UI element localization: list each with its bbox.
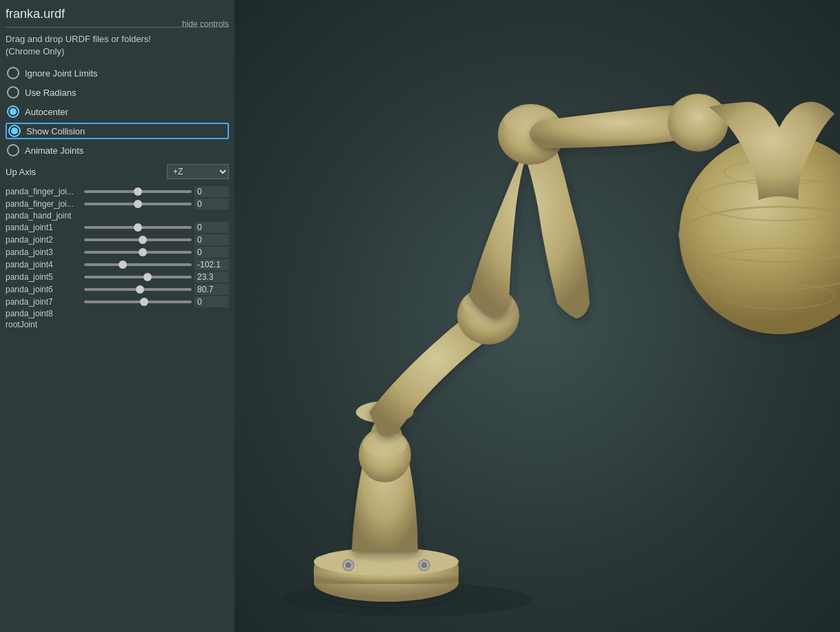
svg-point-7 bbox=[421, 562, 427, 568]
joint-row: panda_finger_joi...0 bbox=[6, 186, 229, 197]
joint-name: panda_joint8 bbox=[6, 309, 81, 318]
autocenter-row[interactable]: Autocenter bbox=[6, 103, 229, 120]
ignore-joint-limits-row[interactable]: Ignore Joint Limits bbox=[6, 65, 229, 81]
drag-drop-text: Drag and drop URDF files or folders!(Chr… bbox=[6, 33, 229, 58]
ignore-joint-limits-radio bbox=[7, 67, 19, 79]
animate-joints-row[interactable]: Animate Joints bbox=[6, 142, 229, 159]
joint-value: 0 bbox=[194, 198, 229, 210]
autocenter-label: Autocenter bbox=[25, 107, 68, 117]
joint-name: panda_joint7 bbox=[6, 297, 81, 307]
joint-slider[interactable] bbox=[84, 203, 192, 205]
left-panel: franka.urdf hide controls Drag and drop … bbox=[0, 0, 234, 632]
use-radians-row[interactable]: Use Radians bbox=[6, 84, 229, 101]
joint-value: 0 bbox=[194, 186, 229, 197]
joint-row: panda_joint4-102.1 bbox=[6, 259, 229, 270]
joint-slider[interactable] bbox=[84, 226, 192, 229]
joint-row: panda_joint30 bbox=[6, 247, 229, 258]
joint-value: 80.7 bbox=[194, 284, 229, 295]
joint-slider[interactable] bbox=[84, 288, 192, 291]
joints-container: panda_finger_joi...0panda_finger_joi...0… bbox=[6, 186, 229, 331]
joint-name: panda_joint5 bbox=[6, 272, 81, 282]
joint-value: 0 bbox=[194, 234, 229, 245]
animate-joints-radio bbox=[7, 144, 19, 156]
joint-name: panda_joint4 bbox=[6, 260, 81, 269]
robot-container bbox=[234, 0, 840, 632]
svg-point-16 bbox=[668, 94, 728, 152]
joint-row: panda_joint523.3 bbox=[6, 272, 229, 283]
joint-name: panda_joint1 bbox=[6, 223, 81, 232]
joint-slider[interactable] bbox=[84, 238, 192, 241]
show-collision-radio bbox=[8, 125, 21, 137]
joint-row: panda_joint680.7 bbox=[6, 284, 229, 295]
joint-slider[interactable] bbox=[84, 263, 192, 266]
joint-slider[interactable] bbox=[84, 276, 192, 278]
use-radians-label: Use Radians bbox=[25, 88, 76, 98]
up-axis-select[interactable]: +Z +Y -Z -Y bbox=[167, 164, 229, 179]
joint-value: 0 bbox=[194, 247, 229, 258]
joint-name: panda_joint3 bbox=[6, 247, 81, 257]
joint-name: rootJoint bbox=[6, 320, 81, 329]
up-axis-label: Up Axis bbox=[6, 167, 36, 177]
show-collision-row[interactable]: Show Collision bbox=[6, 123, 229, 139]
use-radians-radio bbox=[7, 86, 19, 99]
ignore-joint-limits-label: Ignore Joint Limits bbox=[25, 68, 98, 79]
svg-point-6 bbox=[346, 562, 351, 568]
joint-row: panda_joint10 bbox=[6, 222, 229, 233]
joint-name: panda_finger_joi... bbox=[6, 187, 81, 196]
joint-name: panda_joint2 bbox=[6, 235, 81, 245]
joint-slider[interactable] bbox=[84, 251, 192, 254]
joint-slider[interactable] bbox=[84, 190, 192, 193]
joint-name: panda_finger_joi... bbox=[6, 199, 81, 209]
show-collision-label: Show Collision bbox=[26, 126, 85, 136]
up-axis-row: Up Axis +Z +Y -Z -Y bbox=[6, 164, 229, 179]
hide-controls-button[interactable]: hide controls bbox=[182, 18, 229, 30]
joint-row: panda_joint8 bbox=[6, 309, 229, 318]
joint-name: panda_joint6 bbox=[6, 285, 81, 294]
joint-value: 23.3 bbox=[194, 272, 229, 283]
joint-name: panda_hand_joint bbox=[6, 211, 81, 221]
autocenter-radio bbox=[7, 105, 19, 118]
joint-value: -102.1 bbox=[194, 259, 229, 270]
joint-row: panda_joint70 bbox=[6, 296, 229, 307]
animate-joints-label: Animate Joints bbox=[25, 145, 83, 156]
joint-slider[interactable] bbox=[84, 300, 192, 303]
joint-value: 0 bbox=[194, 296, 229, 307]
joint-row: panda_joint20 bbox=[6, 234, 229, 245]
joint-row: panda_hand_joint bbox=[6, 211, 229, 221]
joint-row: panda_finger_joi...0 bbox=[6, 198, 229, 210]
joint-value: 0 bbox=[194, 222, 229, 233]
viewport bbox=[234, 0, 840, 632]
joint-row: rootJoint bbox=[6, 320, 229, 329]
